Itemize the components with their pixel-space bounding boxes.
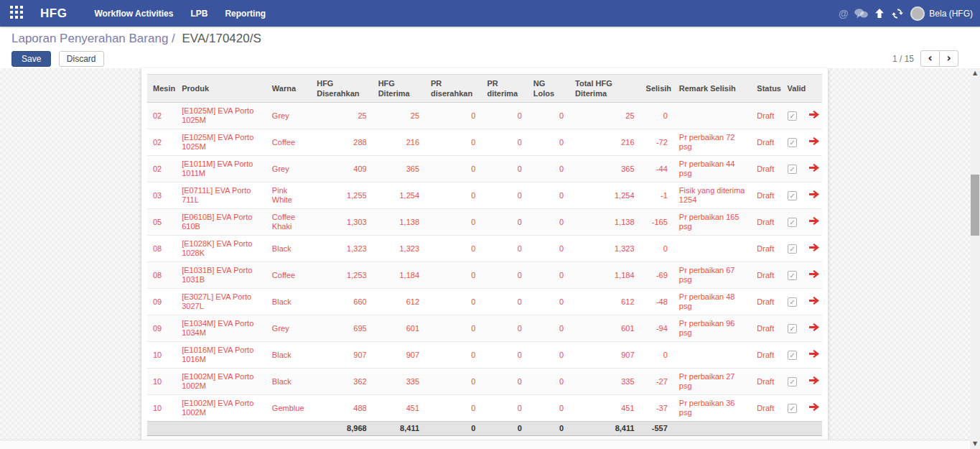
table-row[interactable]: 10 [E1002M] EVA Porto 1002M Black 362 33… — [147, 369, 822, 395]
cell-warna: Black — [266, 289, 311, 315]
cell-hfg-diterima: 1,184 — [373, 262, 425, 289]
table-row[interactable]: 10 [E1002M] EVA Porto 1002M Gemblue 488 … — [147, 395, 822, 422]
cell-open — [803, 182, 822, 209]
open-record-arrow-icon[interactable] — [809, 350, 819, 360]
brand-logo[interactable]: HFG — [40, 6, 67, 21]
cell-produk: [E3027L] EVA Porto 3027L — [176, 289, 266, 315]
open-record-arrow-icon[interactable] — [809, 270, 819, 280]
cell-hfg-diserahkan: 362 — [311, 369, 372, 395]
vertical-scrollbar[interactable]: ▲ ▼ — [970, 68, 980, 449]
save-button[interactable]: Save — [11, 51, 51, 67]
valid-checkbox[interactable]: ✓ — [788, 404, 797, 413]
mentions-icon[interactable]: @ — [834, 0, 852, 27]
cell-valid: ✓ — [782, 182, 803, 209]
scrollbar-thumb[interactable] — [971, 175, 979, 236]
cell-mesin: 10 — [147, 342, 176, 369]
col-pr-diserahkan[interactable]: PR diserahkan — [425, 75, 481, 103]
table-row[interactable]: 09 [E1034M] EVA Porto 1034M Grey 695 601… — [147, 315, 822, 342]
cell-ng-lolos: 0 — [528, 209, 569, 236]
valid-checkbox[interactable]: ✓ — [788, 111, 797, 121]
open-record-arrow-icon[interactable] — [809, 376, 819, 386]
table-row[interactable]: 02 [E1025M] EVA Porto 1025M Coffee 288 2… — [147, 129, 822, 156]
valid-checkbox[interactable]: ✓ — [788, 218, 797, 227]
valid-checkbox[interactable]: ✓ — [788, 271, 797, 280]
open-record-arrow-icon[interactable] — [809, 137, 819, 147]
valid-checkbox[interactable]: ✓ — [788, 244, 797, 254]
cell-hfg-diterima: 601 — [373, 315, 425, 342]
cell-selisih: 0 — [640, 342, 673, 369]
cell-ng-lolos: 0 — [528, 182, 569, 209]
valid-checkbox[interactable]: ✓ — [788, 377, 797, 386]
col-hfg-diserahkan[interactable]: HFG Diserahkan — [311, 75, 372, 103]
open-record-arrow-icon[interactable] — [809, 190, 819, 200]
valid-checkbox[interactable]: ✓ — [788, 351, 797, 360]
nav-lpb[interactable]: LPB — [190, 9, 207, 19]
table-row[interactable]: 02 [E1011M] EVA Porto 1011M Grey 409 365… — [147, 156, 822, 182]
col-valid[interactable]: Valid — [782, 75, 803, 103]
table-row[interactable]: 08 [E1028K] EVA Porto 1028K Black 1,323 … — [147, 236, 822, 262]
scroll-up-icon[interactable]: ▲ — [970, 68, 980, 78]
cell-pr-diterima: 0 — [481, 103, 527, 129]
cell-pr-diserahkan: 0 — [425, 209, 481, 236]
cell-valid: ✓ — [782, 209, 803, 236]
open-record-arrow-icon[interactable] — [809, 164, 819, 174]
pager-previous-button[interactable]: ‹ — [920, 50, 940, 67]
user-menu[interactable]: Bela (HFG) — [910, 6, 973, 21]
upload-arrow-icon[interactable] — [870, 0, 888, 27]
open-record-arrow-icon[interactable] — [809, 403, 819, 413]
open-record-arrow-icon[interactable] — [809, 217, 819, 227]
cell-hfg-diserahkan: 660 — [311, 289, 372, 315]
col-remark-selisih[interactable]: Remark Selisih — [673, 75, 752, 103]
cell-selisih: -72 — [640, 129, 673, 156]
cell-hfg-diterima: 451 — [373, 395, 425, 422]
table-row[interactable]: 03 [E0711L] EVA Porto 711L Pink White 1,… — [147, 182, 822, 209]
valid-checkbox[interactable]: ✓ — [788, 138, 797, 147]
cell-remark-selisih: Pr perbaikan 44 psg — [673, 156, 752, 182]
discard-button[interactable]: Discard — [59, 51, 104, 67]
col-status[interactable]: Status — [751, 75, 781, 103]
cell-produk: [E1016M] EVA Porto 1016M — [176, 342, 266, 369]
open-record-arrow-icon[interactable] — [809, 323, 819, 333]
cell-warna: Gemblue — [266, 395, 311, 422]
cell-pr-diterima: 0 — [481, 262, 527, 289]
cell-hfg-diserahkan: 907 — [311, 342, 372, 369]
table-row[interactable]: 05 [E0610B] EVA Porto 610B Coffee Khaki … — [147, 209, 822, 236]
col-mesin[interactable]: Mesin — [147, 75, 176, 103]
pager-next-button[interactable]: › — [939, 50, 958, 67]
valid-checkbox[interactable]: ✓ — [788, 297, 797, 307]
col-warna[interactable]: Warna — [266, 75, 311, 103]
open-record-arrow-icon[interactable] — [809, 111, 819, 121]
col-hfg-diterima[interactable]: HFG Diterima — [373, 75, 425, 103]
cell-valid: ✓ — [782, 369, 803, 395]
cell-pr-diterima: 0 — [481, 342, 527, 369]
breadcrumb-parent-link[interactable]: Laporan Penyerahan Barang / — [11, 32, 175, 45]
cell-mesin: 02 — [147, 129, 176, 156]
total-hfg-diterima: 8,411 — [373, 422, 425, 436]
table-row[interactable]: 09 [E3027L] EVA Porto 3027L Black 660 61… — [147, 289, 822, 315]
col-ng-lolos[interactable]: NG Lolos — [528, 75, 569, 103]
col-total-hfg-diterima[interactable]: Total HFG Diterima — [569, 75, 640, 103]
table-row[interactable]: 02 [E1025M] EVA Porto 1025M Grey 25 25 0… — [147, 103, 822, 129]
refresh-icon[interactable] — [888, 0, 906, 27]
open-record-arrow-icon[interactable] — [809, 244, 819, 254]
nav-workflow-activities[interactable]: Workflow Activities — [94, 9, 173, 19]
col-selisih[interactable]: Selisih — [640, 75, 673, 103]
nav-reporting[interactable]: Reporting — [225, 9, 266, 19]
col-pr-diterima[interactable]: PR diterima — [481, 75, 527, 103]
table-row[interactable]: 08 [E1031B] EVA Porto 1031B Coffee 1,253… — [147, 262, 822, 289]
valid-checkbox[interactable]: ✓ — [788, 324, 797, 333]
valid-checkbox[interactable]: ✓ — [788, 191, 797, 200]
table-row[interactable]: 10 [E1016M] EVA Porto 1016M Black 907 90… — [147, 342, 822, 369]
cell-produk: [E1025M] EVA Porto 1025M — [176, 103, 266, 129]
chat-icon[interactable] — [852, 0, 870, 27]
valid-checkbox[interactable]: ✓ — [788, 165, 797, 174]
cell-pr-diterima: 0 — [481, 289, 527, 315]
apps-menu-button[interactable] — [6, 0, 27, 27]
cell-ng-lolos: 0 — [528, 342, 569, 369]
cell-hfg-diterima: 1,138 — [373, 209, 425, 236]
cell-pr-diserahkan: 0 — [425, 342, 481, 369]
scroll-down-icon[interactable]: ▼ — [970, 439, 980, 449]
cell-ng-lolos: 0 — [528, 129, 569, 156]
open-record-arrow-icon[interactable] — [809, 297, 819, 307]
col-produk[interactable]: Produk — [176, 75, 266, 103]
